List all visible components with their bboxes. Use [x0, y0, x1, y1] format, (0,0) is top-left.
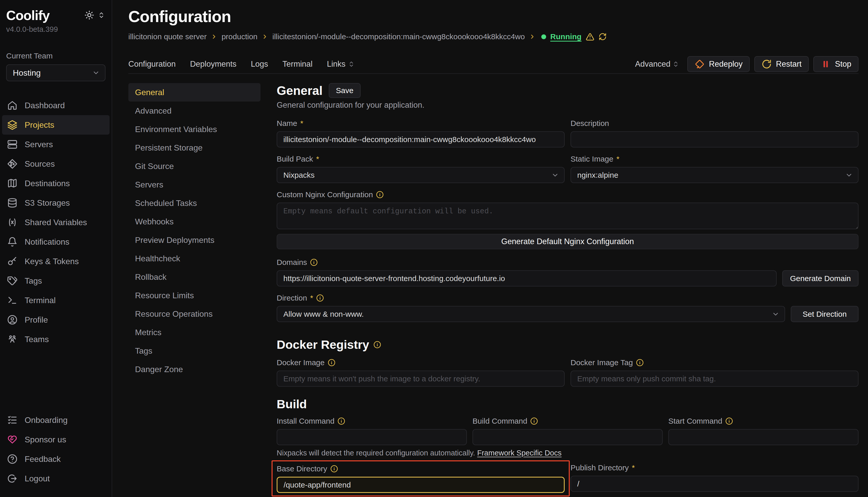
domains-input[interactable]	[277, 270, 777, 286]
stop-button[interactable]: Stop	[813, 56, 858, 72]
tab-configuration[interactable]: Configuration	[128, 59, 176, 69]
subnav-item-resource-limits[interactable]: Resource Limits	[128, 286, 261, 305]
sidebar-item-label: Feedback	[25, 454, 61, 464]
tags-icon	[7, 276, 17, 286]
framework-docs-link[interactable]: Framework Specific Docs	[477, 449, 562, 457]
status-dot	[541, 34, 546, 39]
description-input[interactable]	[570, 131, 858, 147]
info-icon[interactable]	[373, 341, 381, 349]
sidebar-item-label: Profile	[25, 315, 48, 325]
subnav-item-preview-deployments[interactable]: Preview Deployments	[128, 231, 261, 249]
subnav-item-rollback[interactable]: Rollback	[128, 268, 261, 286]
sidebar-item-dashboard[interactable]: Dashboard	[2, 96, 110, 115]
sidebar-item-logout[interactable]: Logout	[2, 469, 110, 488]
set-direction-button[interactable]: Set Direction	[791, 306, 858, 322]
sidebar-item-s3-storages[interactable]: S3 Storages	[2, 193, 110, 213]
info-icon[interactable]	[328, 359, 335, 367]
user-circle-icon	[7, 315, 17, 325]
team-select[interactable]: Hosting	[6, 65, 106, 81]
sidebar-item-teams[interactable]: Teams	[2, 329, 110, 349]
subnav-item-danger-zone[interactable]: Danger Zone	[128, 360, 261, 379]
required-marker: *	[300, 119, 303, 128]
action-buttons: Advanced Redeploy Restart Stop	[635, 56, 858, 72]
subnav-item-git-source[interactable]: Git Source	[128, 157, 261, 175]
tab-logs[interactable]: Logs	[251, 59, 268, 69]
sidebar-item-shared-variables[interactable]: Shared Variables	[2, 213, 110, 232]
info-icon[interactable]	[725, 417, 733, 425]
info-icon[interactable]	[316, 294, 324, 302]
current-team-label: Current Team	[0, 52, 112, 60]
info-icon[interactable]	[337, 417, 345, 425]
info-icon[interactable]	[636, 359, 644, 367]
generate-nginx-config-button[interactable]: Generate Default Nginx Configuration	[277, 234, 858, 249]
theme-sun-icon[interactable]	[84, 10, 94, 20]
build-pack-select[interactable]: Nixpacks	[277, 167, 565, 183]
info-icon[interactable]	[530, 417, 538, 425]
direction-select[interactable]: Allow www & non-www.	[277, 306, 785, 322]
docker-registry-heading: Docker Registry	[277, 338, 858, 352]
sidebar-item-onboarding[interactable]: Onboarding	[2, 410, 110, 430]
subnav-item-persistent-storage[interactable]: Persistent Storage	[128, 139, 261, 157]
build-command-label: Build Command	[472, 417, 527, 425]
warning-triangle-icon[interactable]	[586, 32, 594, 41]
sidebar-item-servers[interactable]: Servers	[2, 134, 110, 154]
tab-terminal[interactable]: Terminal	[283, 59, 313, 69]
sidebar-item-sponsor[interactable]: Sponsor us	[2, 430, 110, 449]
required-marker: *	[632, 464, 635, 472]
sidebar-item-destinations[interactable]: Destinations	[2, 174, 110, 193]
save-button[interactable]: Save	[329, 83, 361, 98]
redeploy-button[interactable]: Redeploy	[687, 56, 750, 72]
generate-domain-button[interactable]: Generate Domain	[782, 270, 858, 286]
docker-image-input[interactable]	[277, 371, 565, 387]
sidebar-item-tags[interactable]: Tags	[2, 271, 110, 290]
nginx-config-textarea[interactable]	[277, 203, 858, 229]
chevron-right-icon	[529, 33, 536, 40]
sidebar-item-profile[interactable]: Profile	[2, 310, 110, 329]
sidebar-item-keys-tokens[interactable]: Keys & Tokens	[2, 252, 110, 271]
tab-deployments[interactable]: Deployments	[190, 59, 236, 69]
subnav-item-scheduled-tasks[interactable]: Scheduled Tasks	[128, 194, 261, 212]
sidebar-item-feedback[interactable]: Feedback	[2, 449, 110, 469]
status-badge[interactable]: Running	[550, 32, 582, 41]
subnav-item-servers[interactable]: Servers	[128, 175, 261, 194]
subnav-item-advanced[interactable]: Advanced	[128, 102, 261, 120]
subnav-item-metrics[interactable]: Metrics	[128, 323, 261, 342]
subnav-item-webhooks[interactable]: Webhooks	[128, 212, 261, 231]
base-directory-input[interactable]	[277, 477, 565, 493]
users-icon	[7, 334, 17, 344]
docker-image-tag-input[interactable]	[570, 371, 858, 387]
tab-links[interactable]: Links	[327, 59, 355, 69]
refresh-icon[interactable]	[598, 32, 607, 41]
build-command-input[interactable]	[472, 429, 663, 445]
docker-image-tag-field: Docker Image Tag	[570, 358, 858, 387]
sidebar-nav: Dashboard Projects Servers Sources Desti…	[0, 96, 112, 349]
static-image-select[interactable]: nginx:alpine	[570, 167, 858, 183]
subnav-item-general[interactable]: General	[128, 83, 261, 102]
subnav-item-environment-variables[interactable]: Environment Variables	[128, 120, 261, 139]
advanced-dropdown[interactable]: Advanced	[635, 59, 679, 69]
subnav-item-healthcheck[interactable]: Healthcheck	[128, 249, 261, 268]
info-icon[interactable]	[330, 465, 338, 473]
sidebar-item-notifications[interactable]: Notifications	[2, 232, 110, 252]
sidebar-item-sources[interactable]: Sources	[2, 154, 110, 174]
breadcrumb-application[interactable]: illicitestonion/-module--decomposition:m…	[272, 32, 525, 41]
start-command-input[interactable]	[668, 429, 858, 445]
info-icon[interactable]	[376, 191, 384, 198]
help-circle-icon	[7, 454, 17, 464]
sidebar-item-projects[interactable]: Projects	[2, 115, 110, 134]
info-icon[interactable]	[310, 258, 318, 266]
theme-selector-chevrons-icon[interactable]	[98, 12, 105, 19]
subnav-item-tags[interactable]: Tags	[128, 342, 261, 360]
sidebar-item-terminal[interactable]: Terminal	[2, 290, 110, 310]
subnav-item-resource-operations[interactable]: Resource Operations	[128, 305, 261, 323]
restart-icon	[761, 59, 772, 69]
name-input[interactable]	[277, 131, 565, 147]
sidebar: Coolify v4.0.0-beta.399 Current Team Hos…	[0, 0, 112, 497]
install-command-input[interactable]	[277, 429, 467, 445]
breadcrumb-environment[interactable]: production	[221, 32, 258, 41]
publish-directory-input[interactable]	[570, 476, 858, 492]
restart-button[interactable]: Restart	[754, 56, 809, 72]
chevron-down-icon	[551, 171, 559, 179]
breadcrumb-project[interactable]: illicitonion quote server	[128, 32, 207, 41]
general-form: General Save General configuration for y…	[277, 83, 858, 497]
